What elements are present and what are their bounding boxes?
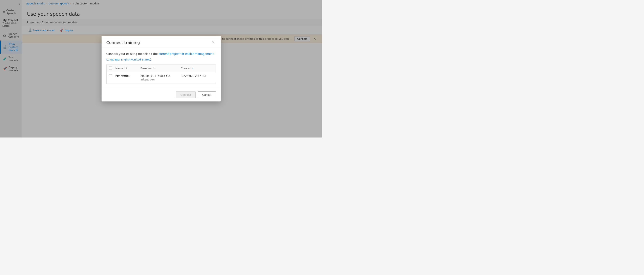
modal-table-container: Name ↑↓ Baseline ↑↓ Created ↓ My Mode <box>106 64 216 84</box>
modal-header: Connect training ✕ <box>102 36 221 48</box>
table-body: My Model 20210831 + Audio file adaptatio… <box>106 72 216 84</box>
modal-connect-button[interactable]: Connect <box>176 91 196 98</box>
modal-cancel-button[interactable]: Cancel <box>198 91 216 98</box>
row-baseline: 20210831 + Audio file adaptation <box>140 74 181 81</box>
connect-training-modal: Connect training ✕ Connect your existing… <box>102 36 221 101</box>
modal-footer: Connect Cancel <box>102 88 221 102</box>
col-header-name[interactable]: Name ↑↓ <box>116 66 140 70</box>
col-name-sort-icon: ↑↓ <box>124 67 128 69</box>
modal-lang-label: Language: <box>106 58 120 61</box>
col-baseline-label: Baseline <box>140 67 152 70</box>
modal-language: Language: English (United States) <box>106 58 216 61</box>
modal-title: Connect training <box>106 40 140 45</box>
row-checkbox-col <box>109 74 116 78</box>
row-checkbox[interactable] <box>109 74 112 77</box>
modal-body: Connect your existing models to the curr… <box>102 48 221 88</box>
col-header-created[interactable]: Created ↓ <box>181 66 213 70</box>
select-all-checkbox[interactable] <box>109 66 112 69</box>
table-header: Name ↑↓ Baseline ↑↓ Created ↓ <box>106 64 216 72</box>
modal-desc-link[interactable]: current project for easier management. <box>158 52 214 55</box>
col-created-label: Created <box>181 67 191 70</box>
modal-close-button[interactable]: ✕ <box>210 40 216 45</box>
col-name-label: Name <box>116 67 123 70</box>
modal-lang-value: English (United States) <box>121 58 151 61</box>
col-header-baseline[interactable]: Baseline ↑↓ <box>140 66 181 70</box>
row-created: 5/22/2022 2:47 PM <box>181 74 213 78</box>
col-baseline-sort-icon: ↑↓ <box>152 67 156 69</box>
col-created-sort-icon: ↓ <box>192 67 194 69</box>
modal-description: Connect your existing models to the curr… <box>106 52 216 56</box>
table-header-checkbox-col <box>109 66 116 70</box>
row-name: My Model <box>116 74 140 77</box>
table-row: My Model 20210831 + Audio file adaptatio… <box>106 72 216 84</box>
